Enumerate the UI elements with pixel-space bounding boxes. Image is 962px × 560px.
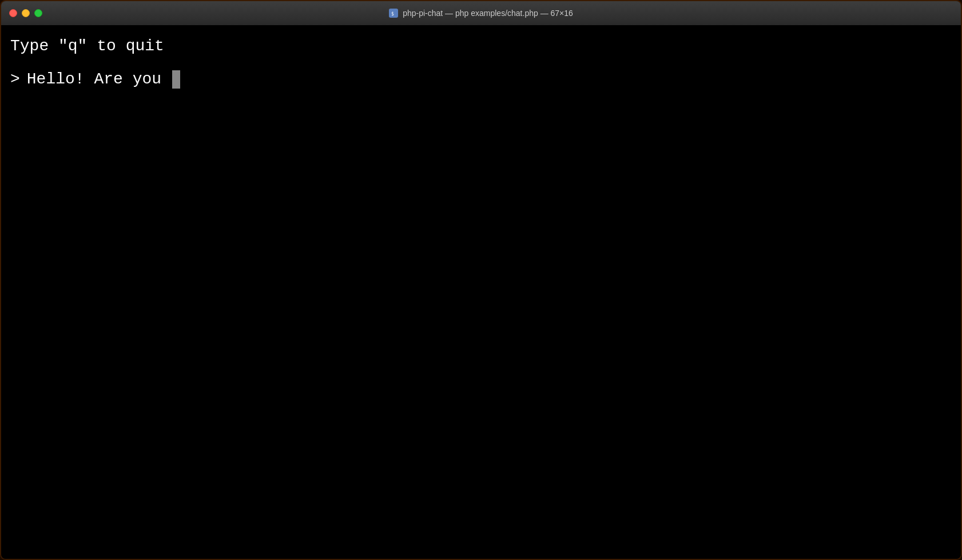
traffic-lights: [9, 9, 42, 17]
typed-text: Hello! Are you: [27, 70, 171, 88]
minimize-button[interactable]: [22, 9, 30, 17]
cursor: [172, 70, 180, 89]
prompt-symbol: >: [10, 67, 20, 91]
title-bar-text: $ php-pi-chat — php examples/chat.php — …: [389, 9, 573, 18]
svg-text:$: $: [391, 11, 394, 16]
close-button[interactable]: [9, 9, 17, 17]
prompt-line: > Hello! Are you: [10, 67, 952, 91]
input-text[interactable]: Hello! Are you: [27, 67, 180, 91]
terminal-icon: $: [389, 9, 398, 18]
title-bar: $ php-pi-chat — php examples/chat.php — …: [1, 1, 961, 25]
maximize-button[interactable]: [34, 9, 42, 17]
window-title: php-pi-chat — php examples/chat.php — 67…: [403, 9, 573, 18]
terminal-window: $ php-pi-chat — php examples/chat.php — …: [0, 0, 962, 560]
instruction-line: Type "q" to quit: [10, 34, 952, 58]
terminal-body[interactable]: Type "q" to quit > Hello! Are you: [1, 25, 961, 559]
